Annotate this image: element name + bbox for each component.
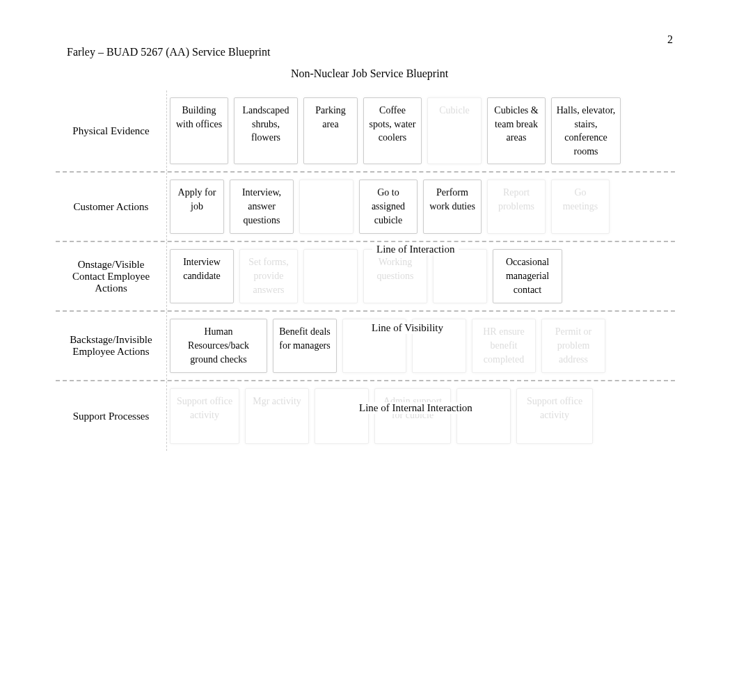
row-cells: Building with officesLandscaped shrubs, … — [167, 90, 675, 171]
blueprint-cell: Benefit deals for managers — [273, 319, 337, 373]
blueprint-row: Physical EvidenceBuilding with officesLa… — [56, 90, 675, 173]
blueprint-cell — [315, 388, 369, 444]
row-cells: Support office activityMgr activityAdmin… — [167, 381, 675, 451]
blueprint-row: Onstage/Visible Contact Employee Actions… — [56, 242, 675, 312]
blueprint-cell — [299, 180, 353, 234]
row-label: Customer Actions — [56, 173, 167, 241]
blueprint-row: Support ProcessesSupport office activity… — [56, 381, 675, 451]
blueprint-cell: Support office activity — [170, 388, 239, 444]
blueprint-cell: Cubicle — [427, 97, 482, 164]
line-of-internal-label: Line of Internal Interaction — [355, 402, 477, 414]
row-label: Support Processes — [56, 381, 167, 451]
blueprint-cell: Interview candidate — [170, 249, 234, 303]
blueprint-cell — [456, 388, 511, 444]
blueprint-cell — [303, 249, 358, 303]
row-label: Backstage/Invisible Employee Actions — [56, 312, 167, 380]
blueprint-cell: Cubicles & team break areas — [487, 97, 546, 164]
blueprint-cell: Human Resources/back ground checks — [170, 319, 267, 373]
blueprint-cell: Set forms, provide answers — [239, 249, 298, 303]
row-cells: Apply for jobInterview, answer questions… — [167, 173, 675, 241]
blueprint-cell: Admin support for cubicle — [374, 388, 451, 444]
blueprint-cell: Interview, answer questions — [230, 180, 294, 234]
blueprint-cell: Permit or problem address — [541, 319, 605, 373]
blueprint-cell: Go to assigned cubicle — [359, 180, 418, 234]
blueprint-cell: Parking area — [303, 97, 358, 164]
page-header: Farley – BUAD 5267 (AA) Service Blueprin… — [67, 46, 270, 58]
blueprint-row: Customer ActionsApply for jobInterview, … — [56, 173, 675, 242]
page-title: Non-Nuclear Job Service Blueprint — [0, 67, 739, 80]
blueprint-cell — [433, 249, 487, 303]
blueprint-cell: Working questions — [363, 249, 427, 303]
blueprint-cell: Occasional managerial contact — [493, 249, 562, 303]
page-number: 2 — [667, 33, 673, 46]
row-label: Onstage/Visible Contact Employee Actions — [56, 242, 167, 310]
blueprint-cell: HR ensure benefit completed — [472, 319, 536, 373]
blueprint-cell: Building with offices — [170, 97, 228, 164]
blueprint-cell: Report problems — [487, 180, 546, 234]
row-label: Physical Evidence — [56, 90, 167, 171]
blueprint-cell: Coffee spots, water coolers — [363, 97, 422, 164]
blueprint-cell: Go meetings — [551, 180, 610, 234]
blueprint-cell: Support office activity — [516, 388, 593, 444]
blueprint-row: Backstage/Invisible Employee ActionsHuma… — [56, 312, 675, 381]
line-of-interaction-label: Line of Interaction — [372, 244, 459, 255]
line-of-visibility-label: Line of Visibility — [367, 322, 447, 334]
blueprint-cell: Landscaped shrubs, flowers — [234, 97, 298, 164]
blueprint-cell: Apply for job — [170, 180, 224, 234]
service-blueprint: Physical EvidenceBuilding with officesLa… — [56, 90, 675, 451]
blueprint-cell: Perform work duties — [423, 180, 482, 234]
blueprint-cell: Mgr activity — [245, 388, 309, 444]
blueprint-cell: Halls, elevator, stairs, conference room… — [551, 97, 621, 164]
